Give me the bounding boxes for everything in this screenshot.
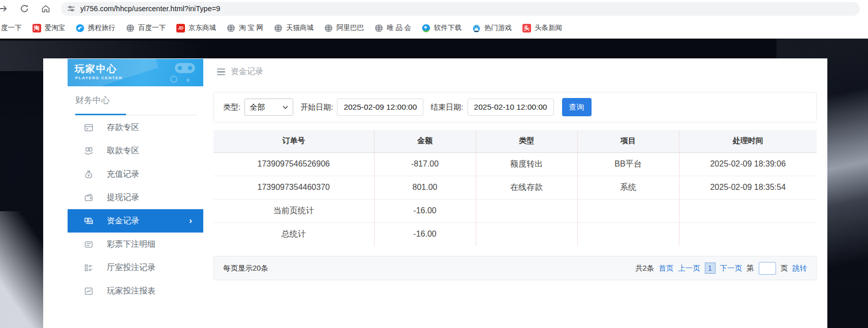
globe-icon <box>126 24 135 32</box>
col-amount: 金额 <box>374 130 476 152</box>
next-page-link[interactable]: 下一页 <box>720 264 742 273</box>
first-page-link[interactable]: 首页 <box>659 264 673 273</box>
table-row-page-total: 当前页统计 -16.00 <box>213 199 817 222</box>
bookmark-ctrip[interactable]: 携程旅行 <box>76 23 115 32</box>
screen: yl756.com/hhcp/usercenter.html?iniType=9… <box>0 0 868 328</box>
page-title: 资金记录 <box>217 67 263 77</box>
bookmark-alibaba[interactable]: 阿里巴巴 <box>324 23 364 32</box>
sidebar-item-label: 厅室投注记录 <box>107 263 156 273</box>
cell-type: 额度转出 <box>476 152 577 176</box>
forward-icon[interactable] <box>0 4 8 14</box>
wallet-icon <box>84 193 94 203</box>
sidebar-item-label: 彩票下注明细 <box>107 239 156 250</box>
browser-toolbar: yl756.com/hhcp/usercenter.html?iniType=9 <box>0 0 868 17</box>
sidebar-item-player-report[interactable]: 玩家投注报表 <box>68 279 203 303</box>
end-date-input[interactable] <box>468 99 554 116</box>
sidebar-item-label: 玩家投注报表 <box>107 286 156 297</box>
bookmark-tmall[interactable]: 天猫商城 <box>274 23 314 32</box>
sidebar-item-recharge-record[interactable]: ¥ 充值记录 <box>68 162 203 186</box>
jump-button[interactable]: 跳转 <box>792 264 807 273</box>
svg-text:¥: ¥ <box>87 173 90 177</box>
bookmark-baidu-partial[interactable]: 度一下 <box>1 23 22 32</box>
bookmark-aitaobao[interactable]: 淘 爱淘宝 <box>33 23 66 32</box>
cell-order-no: 1739097354460370 <box>213 176 374 199</box>
jump-suffix-label: 页 <box>781 264 788 273</box>
cell-amount: -16.00 <box>374 199 476 222</box>
home-icon[interactable] <box>41 4 51 14</box>
page-size-text: 每页显示20条 <box>223 264 268 273</box>
withdraw-icon <box>84 146 94 156</box>
bookmark-vip[interactable]: 唯 品 会 <box>375 23 411 32</box>
pagination-bar: 每页显示20条 共2条 首页 上一页 1 下一页 第 页 跳转 <box>213 256 817 280</box>
jump-prefix-label: 第 <box>747 264 754 273</box>
prev-page-link[interactable]: 上一页 <box>678 264 700 273</box>
list-icon <box>84 263 94 273</box>
start-date-label: 开始日期: <box>300 103 333 112</box>
sidebar-item-label: 资金记录 <box>107 216 139 226</box>
bookmark-toutiao[interactable]: 头 头条新闻 <box>522 23 562 32</box>
chevron-right-icon: › <box>189 216 192 226</box>
cell-process-time: 2025-02-09 18:35:54 <box>679 176 817 199</box>
sidebar-header: 玩家中心 PLAYERS CENTER <box>68 59 203 86</box>
cell-label: 总统计 <box>213 222 374 246</box>
bookmark-jd[interactable]: JD 京东商城 <box>176 23 216 32</box>
globe-icon <box>324 24 333 32</box>
sidebar-item-withdraw[interactable]: 取款专区 <box>68 139 203 162</box>
filter-bar: 类型: 全部 开始日期: 结束日期: 查询 <box>213 92 817 122</box>
penguin-icon <box>472 24 481 32</box>
players-center-subtitle: PLAYERS CENTER <box>75 76 122 80</box>
jump-page-input[interactable] <box>759 262 776 275</box>
gamepad-icon <box>168 61 199 84</box>
cell-project: 系统 <box>577 176 679 199</box>
funds-table: 订单号 金额 类型 项目 处理时间 1739097546526906 -817.… <box>213 130 817 246</box>
cell-process-time: 2025-02-09 18:39:06 <box>679 152 817 176</box>
globe-icon <box>227 24 235 32</box>
players-center-title: 玩家中心 <box>75 62 117 76</box>
sidebar-item-hall-bets[interactable]: 厅室投注记录 <box>68 256 203 279</box>
jd-icon: JD <box>176 24 185 32</box>
sidebar-menu: 存款专区 取款专区 ¥ 充值记录 <box>68 116 203 303</box>
cell-amount: -16.00 <box>374 222 476 246</box>
query-button[interactable]: 查询 <box>562 98 592 116</box>
money-bag-icon: ¥ <box>84 170 94 179</box>
address-bar[interactable]: yl756.com/hhcp/usercenter.html?iniType=9 <box>61 2 860 16</box>
cell-label: 当前页统计 <box>213 199 374 222</box>
end-date-label: 结束日期: <box>430 103 463 112</box>
bookmarks-bar: 度一下 淘 爱淘宝 携程旅行 百度一下 JD 京东商城 <box>0 17 868 39</box>
type-select[interactable]: 全部 <box>244 99 293 116</box>
url-text: yl756.com/hhcp/usercenter.html?iniType=9 <box>80 5 220 13</box>
cell-amount: 801.00 <box>374 176 476 199</box>
site-settings-icon[interactable] <box>67 5 75 13</box>
start-date-input[interactable] <box>337 99 423 116</box>
software-download-icon <box>422 24 430 32</box>
col-process-time: 处理时间 <box>679 130 817 152</box>
sidebar-item-lottery-bets[interactable]: 彩票下注明细 <box>68 233 203 256</box>
total-count-text: 共2条 <box>635 264 654 273</box>
sidebar-item-withdrawal-record[interactable]: 提现记录 <box>68 186 203 209</box>
current-page-badge[interactable]: 1 <box>705 263 716 274</box>
sidebar-item-label: 存款专区 <box>107 122 139 133</box>
sidebar-item-deposit[interactable]: 存款专区 <box>68 116 203 139</box>
banknotes-icon <box>84 216 94 226</box>
bookmark-software[interactable]: 软件下载 <box>422 23 461 32</box>
globe-icon <box>274 24 283 32</box>
receipt-icon <box>84 240 94 249</box>
table-row: 1739097354460370 801.00 在线存款 系统 2025-02-… <box>213 176 817 199</box>
col-type: 类型 <box>476 130 577 152</box>
globe-icon <box>375 24 383 32</box>
table-row-grand-total: 总统计 -16.00 <box>213 222 817 246</box>
sidebar-item-funds-record[interactable]: 资金记录 › <box>68 209 203 233</box>
bookmark-games[interactable]: 热门游戏 <box>472 23 512 32</box>
finance-center-section-title: 财务中心 <box>75 94 110 106</box>
col-order-no: 订单号 <box>213 130 374 152</box>
col-project: 项目 <box>577 130 679 152</box>
bookmark-taobao-site[interactable]: 淘 宝 网 <box>227 23 263 32</box>
bookmark-baidu[interactable]: 百度一下 <box>126 23 166 32</box>
ctrip-dolphin-icon <box>76 24 84 32</box>
toutiao-icon: 头 <box>522 24 531 32</box>
sidebar-item-label: 取款专区 <box>107 146 139 156</box>
cell-order-no: 1739097546526906 <box>213 152 374 176</box>
chart-icon <box>84 286 94 296</box>
cell-type: 在线存款 <box>476 176 577 199</box>
reload-icon[interactable] <box>19 4 29 14</box>
